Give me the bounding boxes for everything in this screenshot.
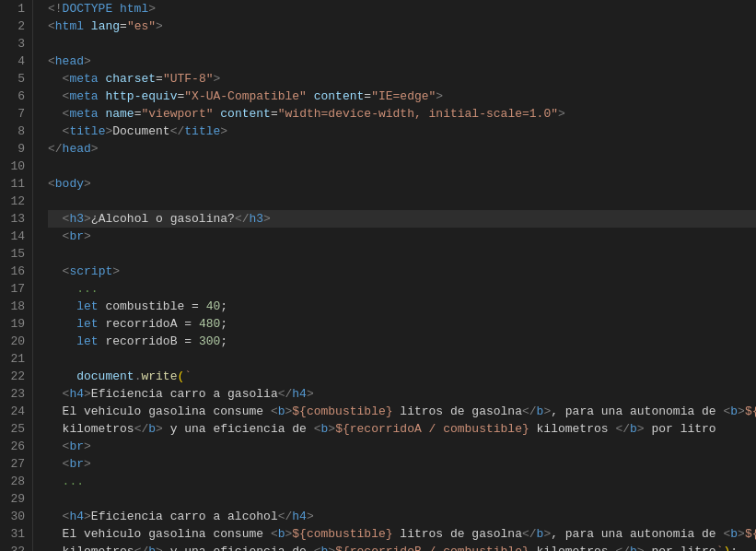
code-line: <h4>Eficiencia carro a alcohol</h4> [48,508,756,525]
line-number: 21 [7,350,25,368]
code-line: document.write(` [48,368,756,385]
code-line: <br> [48,228,756,245]
line-number: 29 [7,490,25,508]
code-line: <title>Document</title> [48,123,756,140]
line-number: 7 [7,105,25,123]
code-line: <h3>¿Alcohol o gasolina?</h3> [48,210,756,228]
line-number: 32 [7,543,25,551]
code-line: El vehiculo gasolina consume <b>${combus… [48,403,756,420]
line-number: 8 [7,123,25,140]
code-line: <html lang="es"> [48,18,756,35]
code-line [48,245,756,263]
line-number: 20 [7,333,25,350]
line-number: 3 [7,35,25,53]
code-line [48,158,756,175]
line-number: 30 [7,508,25,525]
code-line: let recorridoA = 480; [48,315,756,333]
code-line: <br> [48,455,756,473]
line-number: 27 [7,455,25,473]
code-line: <script> [48,263,756,280]
code-line: El vehiculo gasolina consume <b>${combus… [48,525,756,543]
line-number: 18 [7,298,25,315]
line-number: 17 [7,280,25,298]
code-line [48,193,756,210]
line-number: 16 [7,263,25,280]
code-line: <meta charset="UTF-8"> [48,70,756,88]
code-line: <meta name="viewport" content="width=dev… [48,105,756,123]
code-line: <head> [48,53,756,70]
line-number: 11 [7,175,25,193]
line-numbers: 1234567891011121314151617181920212223242… [0,0,33,551]
line-number: 5 [7,70,25,88]
line-number: 31 [7,525,25,543]
line-number: 10 [7,158,25,175]
code-line [48,490,756,508]
line-number: 24 [7,403,25,420]
line-number: 14 [7,228,25,245]
line-number: 26 [7,438,25,455]
code-line: kilometros</b> y una eficiencia de <b>${… [48,543,756,551]
line-number: 12 [7,193,25,210]
code-line: ... [48,280,756,298]
code-line: <!DOCTYPE html> [48,0,756,18]
code-line: <br> [48,438,756,455]
line-number: 1 [7,0,25,18]
line-number: 22 [7,368,25,385]
line-number: 19 [7,315,25,333]
code-line: let combustible = 40; [48,298,756,315]
line-number: 4 [7,53,25,70]
line-number: 25 [7,420,25,438]
code-line: <meta http-equiv="X-UA-Compatible" conte… [48,88,756,105]
code-line: let recorridoB = 300; [48,333,756,350]
code-line: kilometros</b> y una eficiencia de <b>${… [48,420,756,438]
line-number: 2 [7,18,25,35]
code-line [48,35,756,53]
line-number: 15 [7,245,25,263]
line-number: 13 [7,210,25,228]
code-line [48,350,756,368]
code-line: <h4>Eficiencia carro a gasolia</h4> [48,385,756,403]
line-number: 9 [7,140,25,158]
line-number: 28 [7,473,25,490]
line-number: 23 [7,385,25,403]
code-line: ... [48,473,756,490]
line-number: 6 [7,88,25,105]
code-line: </head> [48,140,756,158]
editor: 1234567891011121314151617181920212223242… [0,0,756,551]
code-line: <body> [48,175,756,193]
code-area[interactable]: <!DOCTYPE html><html lang="es"> <head> <… [33,0,756,551]
